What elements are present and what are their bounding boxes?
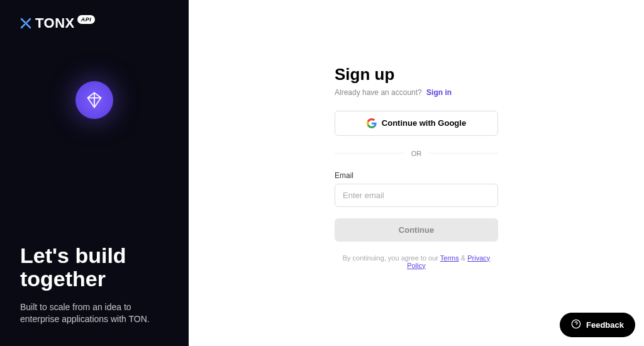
headline: Let's build together (20, 244, 169, 291)
hero-icon-area (20, 31, 169, 244)
email-input[interactable] (335, 184, 498, 207)
legal-text: By continuing, you agree to our Terms & … (335, 254, 498, 269)
feedback-button[interactable]: Feedback (560, 313, 635, 337)
signup-form: Sign up Already have an account? Sign in… (335, 65, 498, 269)
help-icon (571, 319, 581, 331)
main-content: Sign up Already have an account? Sign in… (189, 0, 644, 346)
email-label: Email (335, 171, 498, 180)
continue-with-google-button[interactable]: Continue with Google (335, 111, 498, 136)
brand-x-icon (20, 18, 31, 29)
google-icon (367, 118, 377, 128)
signin-link[interactable]: Sign in (426, 88, 452, 97)
terms-link[interactable]: Terms (440, 254, 459, 262)
form-title: Sign up (335, 65, 498, 84)
sidebar-hero-text: Let's build together Built to scale from… (20, 244, 169, 326)
divider: OR (335, 150, 498, 157)
sidebar: TONX API Let's build together Built to s… (0, 0, 189, 346)
brand-name: TONX API (35, 15, 95, 31)
diamond-circle-icon (75, 81, 113, 119)
api-badge: API (77, 15, 96, 24)
form-subtitle: Already have an account? Sign in (335, 88, 498, 97)
continue-button[interactable]: Continue (335, 218, 498, 242)
subheadline: Built to scale from an idea to enterpris… (20, 301, 169, 326)
brand-logo: TONX API (20, 15, 169, 31)
